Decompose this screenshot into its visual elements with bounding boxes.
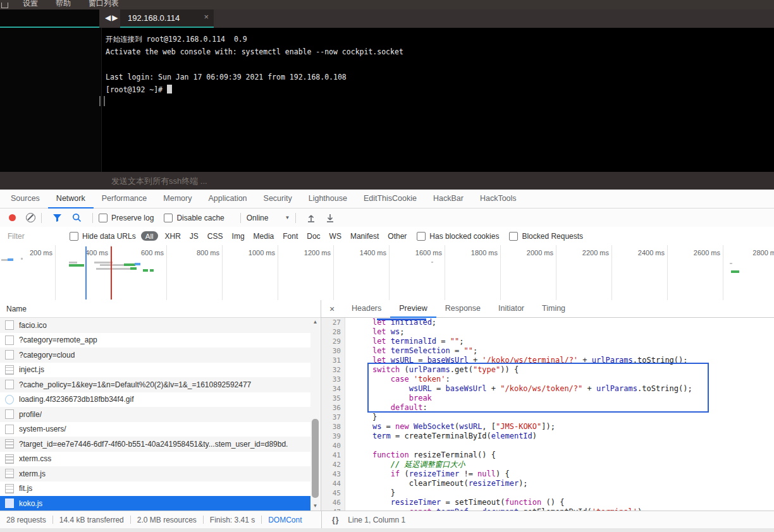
hide-data-urls-checkbox[interactable]	[70, 232, 78, 241]
request-row[interactable]: ?category=cloud	[0, 348, 310, 363]
tab-memory[interactable]: Memory	[155, 190, 200, 209]
code-text: default:	[345, 403, 427, 413]
menu-item[interactable]: 帮助	[56, 0, 71, 9]
throttling-select[interactable]: Online	[247, 214, 269, 222]
detail-tab-initiator[interactable]: Initiator	[489, 300, 533, 318]
line-number[interactable]: 41	[321, 450, 345, 460]
filter-type-img[interactable]: Img	[232, 232, 245, 241]
request-row[interactable]: ?category=remote_app	[0, 333, 310, 348]
request-row[interactable]: ?target_id=ee7e7446-6df7-4f60-b551-40a24…	[0, 437, 310, 452]
tab-close-icon[interactable]: ×	[204, 12, 209, 21]
line-number[interactable]: 45	[321, 488, 345, 498]
line-number[interactable]: 37	[321, 413, 345, 422]
request-list-scrollbar[interactable]: ▲ ▼	[310, 318, 320, 511]
scroll-down-icon[interactable]: ▼	[310, 502, 320, 511]
terminal-resize-handle[interactable]	[99, 96, 105, 106]
line-number[interactable]: 40	[321, 441, 345, 450]
filter-type-xhr[interactable]: XHR	[165, 232, 181, 241]
request-row[interactable]: loading.4f3236673db18fbb34f4.gif	[0, 392, 310, 408]
tab-application[interactable]: Application	[200, 190, 255, 209]
format-code-icon[interactable]: {}	[332, 516, 339, 524]
line-number[interactable]: 42	[321, 460, 345, 469]
tab-editthiscookie[interactable]: EditThisCookie	[355, 190, 425, 209]
filter-type-css[interactable]: CSS	[207, 232, 223, 241]
detail-tab-timing[interactable]: Timing	[533, 300, 574, 318]
scroll-up-icon[interactable]: ▲	[310, 318, 320, 327]
line-number[interactable]: 44	[321, 479, 345, 488]
filter-type-doc[interactable]: Doc	[307, 232, 320, 241]
import-har-icon[interactable]	[307, 214, 316, 222]
terminal-viewport[interactable]: 开始连接到 root@192.168.0.114 0.9Activate the…	[0, 28, 774, 172]
request-row[interactable]: ?cache_policy=1&key=1&n=Default%20(2)&lv…	[0, 377, 310, 392]
next-tab-icon[interactable]: ▶	[112, 13, 119, 22]
line-number[interactable]: 31	[321, 356, 345, 365]
request-row[interactable]: fit.js	[0, 481, 310, 497]
detail-tab-headers[interactable]: Headers	[343, 300, 390, 318]
line-number[interactable]: 39	[321, 432, 345, 441]
code-text: let wsURL = baseWsUrl + '/koko/ws/termin…	[345, 356, 688, 365]
line-number[interactable]: 32	[321, 365, 345, 375]
timeline-tick-label: 2800 m	[752, 249, 774, 257]
disable-cache-checkbox[interactable]	[164, 214, 173, 222]
broadcast-input[interactable]: 发送文本到所有ssh终端 ...	[0, 172, 774, 190]
filter-input[interactable]	[6, 231, 63, 241]
line-number[interactable]: 34	[321, 384, 345, 394]
tab-security[interactable]: Security	[255, 190, 300, 209]
tab-nav-arrows[interactable]: ◀▶	[105, 13, 119, 22]
has-blocked-cookies-checkbox[interactable]	[417, 232, 426, 241]
request-row[interactable]: koko.js	[0, 496, 310, 511]
filter-type-manifest[interactable]: Manifest	[350, 232, 379, 241]
tab-hacktools[interactable]: HackTools	[472, 190, 525, 209]
filter-type-other[interactable]: Other	[388, 232, 407, 241]
close-detail-icon[interactable]: ×	[321, 300, 343, 317]
line-number[interactable]: 36	[321, 403, 345, 413]
detail-tab-response[interactable]: Response	[436, 300, 489, 318]
line-number[interactable]: 43	[321, 469, 345, 479]
tab-lighthouse[interactable]: Lighthouse	[300, 190, 355, 209]
request-row[interactable]: xterm.js	[0, 466, 310, 481]
request-row[interactable]: inject.js	[0, 363, 310, 378]
tab-performance[interactable]: Performance	[94, 190, 156, 209]
detail-tab-preview[interactable]: Preview	[390, 300, 436, 318]
filter-type-font[interactable]: Font	[283, 232, 298, 241]
search-icon[interactable]	[72, 213, 82, 222]
line-number[interactable]: 28	[321, 327, 345, 337]
filter-type-all[interactable]: All	[141, 231, 158, 241]
code-preview[interactable]: 27 let initialed;28 let ws;29 let termin…	[321, 318, 774, 511]
request-row[interactable]: xterm.css	[0, 452, 310, 467]
preserve-log-checkbox[interactable]	[99, 214, 108, 222]
tab-sources[interactable]: Sources	[3, 190, 48, 209]
menu-item[interactable]: 设置	[23, 0, 38, 9]
scrollbar-thumb[interactable]	[312, 419, 319, 498]
filter-type-ws[interactable]: WS	[329, 232, 341, 241]
filter-type-js[interactable]: JS	[190, 232, 199, 241]
line-number[interactable]: 30	[321, 346, 345, 356]
tab-network[interactable]: Network	[48, 190, 94, 209]
waterfall-bar	[730, 263, 732, 264]
clear-button[interactable]	[26, 213, 35, 222]
session-sidebar[interactable]	[0, 28, 102, 172]
request-table-header[interactable]: Name	[0, 300, 321, 318]
network-overview-timeline[interactable]: 200 ms400 ms600 ms800 ms1000 ms1200 ms14…	[0, 245, 774, 301]
line-number[interactable]: 27	[321, 318, 345, 327]
record-button[interactable]	[9, 214, 16, 221]
line-number[interactable]: 33	[321, 375, 345, 384]
export-har-icon[interactable]	[326, 214, 335, 222]
filter-icon[interactable]	[52, 214, 62, 222]
filter-type-media[interactable]: Media	[254, 232, 274, 241]
line-number[interactable]: 46	[321, 498, 345, 507]
line-number[interactable]: 29	[321, 337, 345, 346]
timeline-tick-label: 1400 ms	[360, 249, 386, 257]
request-row[interactable]: profile/	[0, 407, 310, 422]
blocked-requests-checkbox[interactable]	[509, 232, 518, 241]
request-row[interactable]: system-users/	[0, 422, 310, 437]
line-number[interactable]: 38	[321, 422, 345, 432]
menu-item[interactable]: 窗口列表	[89, 0, 119, 9]
line-number[interactable]: 35	[321, 394, 345, 403]
request-row[interactable]: facio.ico	[0, 318, 310, 333]
terminal-tab[interactable]: 192.168.0.114 ×	[120, 9, 214, 28]
prev-tab-icon[interactable]: ◀	[105, 13, 112, 22]
tab-hackbar[interactable]: HackBar	[425, 190, 472, 209]
code-text: if (resizeTimer != null) {	[345, 469, 510, 479]
code-line: 39 term = createTerminalById(elementId)	[321, 432, 774, 441]
